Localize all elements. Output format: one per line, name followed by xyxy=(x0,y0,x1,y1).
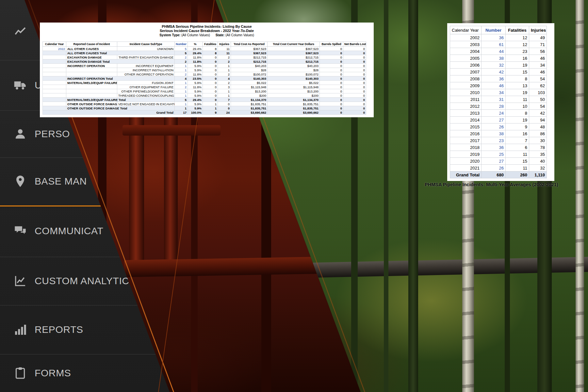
cause-report-table: Calendar YearReported Cause of IncidentI… xyxy=(42,41,366,115)
cell-number[interactable]: 38 xyxy=(482,130,506,137)
cell-cause: OTHER OUTSIDE FORCE DAMAGE xyxy=(66,102,117,106)
cell-number[interactable]: 31 xyxy=(482,96,506,103)
tree-trunk xyxy=(261,111,271,392)
cell-injuries: 1 xyxy=(218,64,231,68)
cell-cause xyxy=(66,72,117,76)
truck-icon xyxy=(14,79,27,92)
cell-number[interactable]: 42 xyxy=(482,69,506,75)
cell-number[interactable]: 36 xyxy=(482,75,506,82)
column-header: Total Cost Current Year Dollars xyxy=(268,42,320,47)
cell-fatalities: 10 xyxy=(506,103,529,110)
year-row: 201526948 xyxy=(450,123,547,130)
cell-year: 2019 xyxy=(450,151,482,158)
cell-number[interactable]: 23 xyxy=(482,137,506,144)
cell-number[interactable]: 32 xyxy=(482,62,506,69)
cell-number[interactable]: 1 xyxy=(175,64,188,68)
cell-number[interactable]: 28 xyxy=(482,103,506,110)
cell-number[interactable]: 1 xyxy=(175,68,188,72)
cell-fatalities: 8 xyxy=(506,110,529,117)
cell-cost_reported: $1,835,751 xyxy=(231,106,268,110)
cell-number[interactable]: 1 xyxy=(175,89,188,93)
cell-fatalities: 12 xyxy=(506,34,529,41)
cell-injuries: 78 xyxy=(529,144,547,151)
cell-number[interactable]: 61 xyxy=(482,41,506,48)
cell-grand-total-value: 1,110 xyxy=(529,172,547,178)
cell-year: 2004 xyxy=(450,48,482,55)
cell-number[interactable]: 2 xyxy=(175,85,188,89)
cell-fatalities: 0 xyxy=(203,76,218,81)
cell-number[interactable]: 34 xyxy=(482,89,506,96)
report-row: INCORRECT OPERATION Total423.5%04$140,30… xyxy=(43,76,366,81)
cell-pct: 29.4% xyxy=(188,47,203,51)
cell-number[interactable]: 36 xyxy=(482,144,506,151)
table-header-row: Calendar YearNumberFatalitiesInjuries xyxy=(450,26,547,34)
cell-number[interactable]: 1 xyxy=(175,102,188,106)
cell-injuries: 46 xyxy=(529,69,547,75)
cell-subtype: INCORRECT EQUIPMENT xyxy=(117,64,175,68)
cell-number[interactable]: 24 xyxy=(482,110,506,117)
cell-pct: 11.8% xyxy=(188,72,203,76)
column-header[interactable]: Number xyxy=(175,42,188,47)
report-filters: System Type: (All Column Values) State: … xyxy=(42,33,371,37)
cell-net_barrels_lost: 0 xyxy=(343,93,366,98)
cell-cost_current: $212,715 xyxy=(268,55,320,59)
cell-number[interactable]: 26 xyxy=(482,123,506,130)
year-row: 2007421546 xyxy=(450,69,547,75)
cell-injuries: 86 xyxy=(529,130,547,137)
cell-cost_current: $200 xyxy=(268,93,320,98)
cell-year[interactable]: 2022 xyxy=(43,47,66,51)
cell-cost_current: $367,523 xyxy=(268,47,320,51)
cell-number[interactable]: 5 xyxy=(175,47,188,51)
cell-net_barrels_lost: 0 xyxy=(343,55,366,59)
cell-subtype: THREADED CONNECTION/COUPLING FAILURE xyxy=(117,93,175,98)
report-row: INCORRECT INSTALLATION15.9%01$28$2800 xyxy=(43,68,366,72)
cell-number[interactable]: 2 xyxy=(175,55,188,59)
cell-number[interactable]: 2 xyxy=(175,72,188,76)
cell-subtype: VEHICLE NOT ENGAGED IN EXCAVATION xyxy=(117,102,175,106)
column-header[interactable]: Calendar Year xyxy=(43,42,66,47)
cell-number[interactable]: 27 xyxy=(482,117,506,123)
cell-number[interactable]: 27 xyxy=(482,158,506,165)
filter-state-label: State: xyxy=(216,33,225,37)
cell-number[interactable]: 25 xyxy=(482,151,506,158)
cell-year xyxy=(43,102,66,106)
cell-fatalities: 9 xyxy=(506,123,529,130)
cell-cost_reported: $140,303 xyxy=(231,76,268,81)
cell-number[interactable]: 26 xyxy=(482,165,506,172)
year-report-panel: Calendar YearNumberFatalitiesInjuries 20… xyxy=(447,23,554,181)
cell-cost_reported: $1,115,948 xyxy=(231,85,268,89)
cell-barrels_spilled: 0 xyxy=(320,68,343,72)
cell-year: 2002 xyxy=(450,34,482,41)
cell-barrels_spilled: 0 xyxy=(320,51,343,55)
cell-number[interactable]: 38 xyxy=(482,55,506,62)
cell-barrels_spilled: 0 xyxy=(320,55,343,59)
cell-barrels_spilled: 0 xyxy=(320,93,343,98)
cell-number[interactable]: 44 xyxy=(482,48,506,55)
cell-number[interactable]: 1 xyxy=(175,93,188,98)
cell-injuries: 1 xyxy=(218,89,231,93)
cell-cause xyxy=(66,68,117,72)
cell-cost_reported: $1,134,370 xyxy=(231,98,268,102)
cell-fatalities: 0 xyxy=(203,55,218,59)
year-row: 2004442356 xyxy=(450,48,547,55)
cell-injuries: 34 xyxy=(529,62,547,69)
cell-fatalities: 19 xyxy=(506,89,529,96)
cell-fatalities: 19 xyxy=(506,117,529,123)
cell-year: 2006 xyxy=(450,62,482,69)
column-header[interactable]: Number xyxy=(482,26,506,34)
column-header: Total Cost As Reported xyxy=(231,42,268,47)
cell-number[interactable]: 36 xyxy=(482,34,506,41)
report-row: OTHER OUTSIDE FORCE DAMAGE Total15.9%10$… xyxy=(43,106,366,110)
cell-injuries: 1 xyxy=(218,68,231,72)
cell-year: 2013 xyxy=(450,110,482,117)
sidebar-item-label: REPORTS xyxy=(35,324,83,335)
cell-injuries: 2 xyxy=(218,81,231,85)
report-row: 2022ALL OTHER CAUSESUNKNOWN529.4%811$367… xyxy=(43,47,366,51)
cell-barrels_spilled: 0 xyxy=(320,102,343,106)
cell-year xyxy=(43,89,66,93)
cell-fatalities: 19 xyxy=(506,62,529,69)
cell-number[interactable]: 46 xyxy=(482,82,506,89)
cell-year: 2021 xyxy=(450,165,482,172)
cell-fatalities: 23 xyxy=(506,48,529,55)
cell-number[interactable]: 1 xyxy=(175,81,188,85)
